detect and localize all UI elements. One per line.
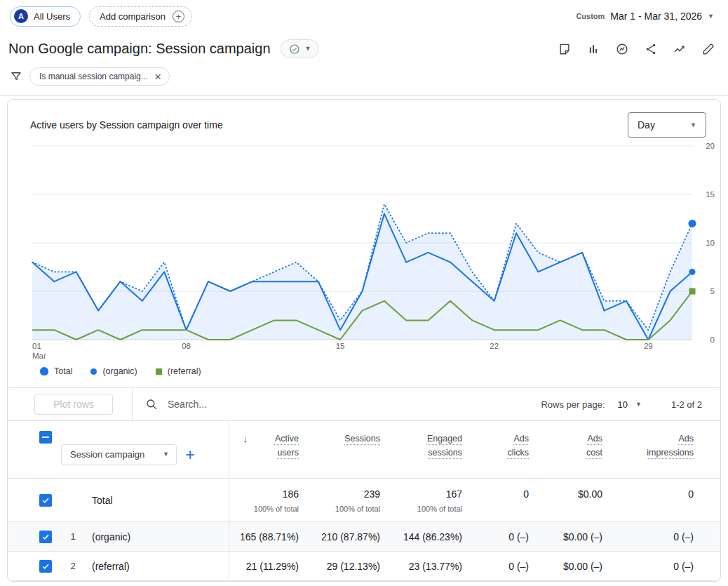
total-metric-cell: 0 [462,479,529,521]
rows-per-page-label: Rows per page: [541,399,605,410]
table-row[interactable]: 1 (organic)165 (88.71%)210 (87.87%)144 (… [8,522,720,552]
edit-icon[interactable] [701,42,715,56]
column-header[interactable]: Ads impressions [647,432,694,460]
row-checkbox[interactable] [39,560,52,573]
filter-icon[interactable] [10,70,22,83]
audience-avatar: A [14,9,28,23]
close-icon[interactable]: ✕ [154,72,162,82]
filter-chip-label: Is manual session campaig... [39,72,148,81]
svg-text:0: 0 [710,335,715,344]
table-row[interactable]: 2 (referral)21 (11.29%)29 (12.13%)23 (13… [8,552,720,581]
sort-descending-icon[interactable]: ↓ [243,432,248,444]
legend-circle-marker [90,368,97,375]
legend-item[interactable]: (referral) [156,366,201,376]
table-search [133,398,541,411]
report-actions [558,42,717,56]
row-checkbox[interactable] [39,494,52,507]
total-metric-cell: 167100% of total [380,479,462,521]
svg-text:Mar: Mar [32,352,46,360]
legend-item[interactable]: Total [40,366,72,376]
data-table: Session campaign▼ + ↓Active usersSession… [8,420,720,581]
search-input[interactable] [168,399,392,410]
dimension-select[interactable]: Session campaign▼ [61,444,177,465]
total-metric-cell: $0.00 [529,479,602,521]
share-icon[interactable] [644,42,658,56]
all-users-label: All Users [34,11,70,22]
metric-cell: 165 (88.71%) [229,522,299,551]
metric-cell: 210 (87.87%) [299,522,380,551]
report-card: Active users by Session campaign over ti… [7,99,721,582]
plot-rows-section: Plot rows [8,388,133,420]
metric-cell: 29 (12.13%) [299,552,380,580]
metric-cell: 21 (11.29%) [229,552,299,580]
chart-header: Active users by Session campaign over ti… [8,100,720,138]
search-icon [145,398,158,411]
column-header[interactable]: Sessions [344,432,380,446]
page-title: Non Google campaign: Session campaign [8,41,271,57]
note-icon[interactable] [558,42,572,56]
row-name: (organic) [85,522,229,551]
granularity-value: Day [638,119,655,131]
row-checkbox[interactable] [39,531,52,543]
total-metric-cell: 239100% of total [299,479,380,521]
metric-cell: $0.00 (–) [529,552,602,580]
total-metric-cell: 186100% of total [229,479,299,521]
granularity-select[interactable]: Day ▼ [628,112,706,138]
svg-text:10: 10 [706,239,715,247]
chart-title: Active users by Session campaign over ti… [30,112,223,131]
date-range-picker[interactable]: Custom Mar 1 - Mar 31, 2026 ▼ [576,11,718,22]
trending-icon[interactable] [673,42,687,56]
filter-bar: Is manual session campaig... ✕ [0,58,728,86]
filter-chip[interactable]: Is manual session campaig... ✕ [29,67,170,86]
column-header[interactable]: Ads cost [586,432,602,460]
chart-legend: Total(organic)(referral) [8,364,720,387]
total-row: Total186100% of total239100% of total167… [8,479,720,522]
pagination-range: 1-2 of 2 [671,399,702,410]
select-all-checkbox[interactable] [39,431,52,444]
plot-rows-button[interactable]: Plot rows [34,394,113,415]
timeseries-chart: 0510152001Mar08152229 [8,138,720,364]
check-circle-icon [289,44,300,55]
svg-text:29: 29 [644,342,653,350]
total-metric-cell: 0 [602,479,694,521]
add-dimension-icon[interactable]: + [185,448,195,462]
caret-down-icon: ▼ [163,451,169,458]
total-label: Total [85,479,229,521]
legend-item[interactable]: (organic) [90,366,137,376]
column-header[interactable]: Engaged sessions [427,432,462,460]
date-range-type: Custom [576,12,605,20]
column-header[interactable]: Active users [275,432,299,460]
report-status-pill[interactable]: ▼ [281,39,320,58]
header-divider [0,95,728,96]
add-comparison-chip[interactable]: Add comparison + [89,6,192,27]
row-index: 2 [61,552,85,580]
svg-text:20: 20 [706,142,715,150]
svg-text:5: 5 [710,287,715,295]
svg-text:08: 08 [182,342,191,350]
caret-down-icon: ▼ [305,46,311,52]
table-header-row: Session campaign▼ + ↓Active usersSession… [8,421,720,479]
insights-icon[interactable] [615,42,629,56]
column-header[interactable]: Ads clicks [507,432,529,460]
all-users-chip[interactable]: A All Users [10,6,81,27]
date-range-text: Mar 1 - Mar 31, 2026 [610,11,702,22]
svg-text:15: 15 [706,190,715,199]
report-header: Non Google campaign: Session campaign ▼ [0,32,728,58]
row-name: (referral) [85,552,229,580]
table-toolbar: Plot rows Rows per page: 10 ▼ 1-2 of 2 [8,388,720,420]
add-comparison-label: Add comparison [100,11,166,22]
bar-chart-icon[interactable] [586,42,600,56]
rows-per-page-select[interactable]: 10 ▼ [618,399,642,410]
svg-text:22: 22 [490,342,499,350]
svg-text:01: 01 [32,342,41,350]
metric-cell: 23 (13.77%) [380,552,462,580]
topbar: A All Users Add comparison + Custom Mar … [0,0,728,32]
caret-down-icon: ▼ [708,13,714,20]
metric-cell: 144 (86.23%) [380,522,462,551]
svg-text:15: 15 [336,342,345,350]
metric-cell: 0 (–) [462,522,529,551]
caret-down-icon: ▼ [690,122,696,128]
pagination-controls: Rows per page: 10 ▼ 1-2 of 2 [541,399,720,410]
plus-icon: + [173,11,184,22]
metric-cell: 0 (–) [462,552,529,580]
